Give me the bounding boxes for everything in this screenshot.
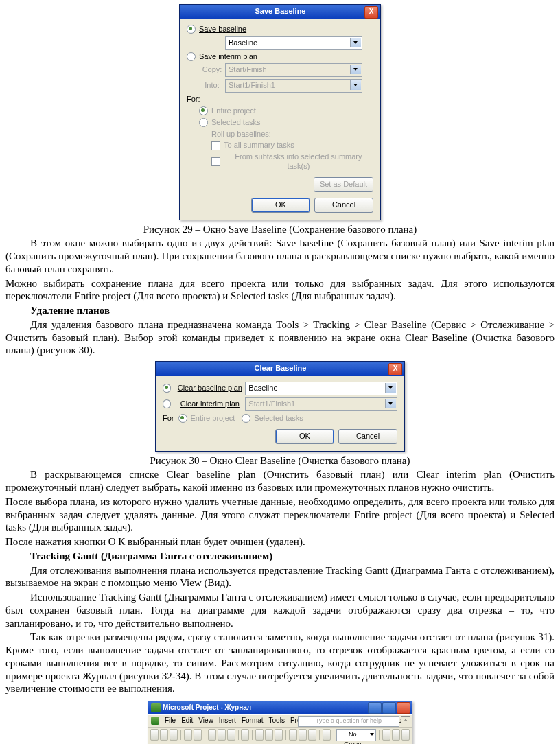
into-label: Into:	[199, 81, 225, 91]
dialog-buttons: OK Cancel	[163, 429, 397, 444]
clear-baseline-dialog: Clear Baseline X Clear baseline plan Bas…	[155, 361, 405, 452]
rollup-opt1: To all summary tasks	[211, 141, 373, 150]
radio-icon	[163, 399, 171, 408]
for-row: For Entire project Selected tasks	[163, 414, 397, 423]
paragraph: В раскрывающемся списке Clear baseline p…	[5, 468, 555, 494]
figure-29: Save Baseline X Save baseline Baseline	[5, 4, 555, 220]
document-page: Save Baseline X Save baseline Baseline	[0, 4, 560, 744]
new-icon[interactable]	[150, 729, 159, 741]
into-value: Start1/Finish1	[229, 81, 275, 91]
split-icon[interactable]	[275, 729, 283, 741]
radio-icon	[187, 25, 196, 34]
close-icon[interactable]: X	[388, 363, 402, 375]
selected-tasks-label[interactable]: Selected tasks	[254, 414, 303, 423]
rollup-opt2: From subtasks into selected summary task…	[211, 152, 373, 172]
note-icon[interactable]	[299, 729, 307, 741]
radio-icon	[242, 414, 250, 423]
for-label: For:	[187, 95, 200, 104]
chevron-down-icon	[350, 38, 361, 47]
minimize-icon[interactable]	[368, 702, 382, 714]
window-controls	[368, 702, 410, 714]
option-selected-tasks[interactable]: Selected tasks	[199, 118, 373, 128]
ok-button[interactable]: OK	[275, 429, 334, 444]
option-label: Save baseline	[199, 25, 246, 34]
separator	[379, 730, 380, 740]
zoomin-icon[interactable]	[382, 729, 390, 741]
baseline-select-value: Baseline	[248, 384, 277, 393]
entire-project-label[interactable]: Entire project	[191, 414, 235, 423]
for-label: For	[163, 414, 174, 423]
unlink-icon[interactable]	[265, 729, 273, 741]
close-icon[interactable]	[397, 702, 410, 714]
set-default-row: Set as Default	[187, 177, 373, 192]
link-icon[interactable]	[255, 729, 264, 741]
assign-icon[interactable]	[308, 729, 316, 741]
menu-tools[interactable]: Tools	[269, 717, 285, 725]
window-title: Microsoft Project - Журнал	[163, 704, 251, 712]
cut-icon[interactable]	[208, 729, 216, 741]
dialog-title-bar: Save Baseline X	[180, 5, 380, 19]
option-label: Save interim plan	[199, 52, 257, 62]
window-title-bar: Microsoft Project - Журнал	[148, 701, 412, 714]
separator	[285, 730, 286, 740]
help-search-input[interactable]: Type a question for help	[298, 716, 399, 727]
figure-31: Microsoft Project - Журнал File Edit Vie…	[5, 701, 555, 744]
radio-icon	[187, 52, 196, 61]
maximize-icon[interactable]	[382, 702, 396, 714]
preview-icon[interactable]	[194, 729, 202, 741]
baseline-select[interactable]: Baseline	[225, 36, 362, 50]
zoomout-icon[interactable]	[392, 729, 400, 741]
option-save-interim[interactable]: Save interim plan	[187, 52, 373, 62]
option-clear-interim[interactable]: Clear interim plan Start1/Finish1	[163, 397, 397, 411]
set-default-button: Set as Default	[314, 177, 373, 192]
menu-bar: File Edit View Insert Format Tools Proje…	[148, 714, 412, 728]
save-icon[interactable]	[170, 729, 178, 741]
radio-icon	[163, 384, 171, 393]
paste-icon[interactable]	[227, 729, 235, 741]
heading-tracking-gantt: Tracking Gantt (Диаграмма Ганта с отслеж…	[5, 550, 555, 563]
info-icon[interactable]	[289, 729, 297, 741]
separator	[252, 730, 253, 740]
group-select[interactable]: No Group	[336, 729, 376, 741]
ok-button[interactable]: OK	[251, 198, 310, 213]
publish-icon[interactable]	[323, 729, 331, 741]
copy-icon[interactable]	[218, 729, 226, 741]
cancel-button[interactable]: Cancel	[314, 198, 373, 213]
msproject-window: Microsoft Project - Журнал File Edit Vie…	[148, 701, 412, 744]
into-row: Into: Start1/Finish1	[199, 79, 373, 93]
option-clear-baseline[interactable]: Clear baseline plan Baseline	[163, 382, 397, 395]
menu-insert[interactable]: Insert	[219, 717, 236, 725]
heading-delete-plans: Удаление планов	[5, 304, 555, 317]
baseline-select[interactable]: Baseline	[245, 382, 397, 395]
menu-format[interactable]: Format	[242, 717, 264, 725]
doc-close-icon[interactable]: ×	[401, 716, 410, 725]
open-icon[interactable]	[160, 729, 168, 741]
option-save-baseline[interactable]: Save baseline	[187, 25, 373, 34]
interim-value: Start1/Finish1	[248, 399, 295, 409]
copy-row: Copy: Start/Finish	[199, 63, 373, 77]
paragraph: Использование Tracking Gantt (Диаграммы …	[5, 591, 555, 629]
cancel-button[interactable]: Cancel	[338, 429, 397, 444]
dialog-title: Clear Baseline	[255, 364, 307, 372]
close-icon[interactable]: X	[364, 6, 378, 19]
menu-file[interactable]: File	[165, 717, 176, 725]
app-icon	[151, 703, 161, 712]
doc-icon	[151, 717, 159, 725]
print-icon[interactable]	[184, 729, 192, 741]
baseline-select-row: Baseline	[199, 36, 373, 50]
menu-edit[interactable]: Edit	[181, 717, 193, 725]
rollup-label: Roll up baselines:	[211, 130, 373, 139]
chevron-down-icon	[385, 383, 396, 393]
separator	[334, 730, 334, 740]
checkbox-icon	[211, 141, 220, 150]
option-entire-project[interactable]: Entire project	[199, 106, 373, 116]
undo-icon[interactable]	[241, 729, 249, 741]
option-label: Entire project	[211, 106, 256, 116]
paragraph: Для отслеживания выполнения плана исполь…	[5, 564, 555, 590]
for-label-row: For:	[187, 95, 373, 104]
into-select: Start1/Finish1	[225, 79, 362, 93]
goto-icon[interactable]	[401, 729, 410, 741]
option-label: Clear baseline plan	[174, 384, 245, 393]
menu-view[interactable]: View	[198, 717, 213, 725]
figure-30: Clear Baseline X Clear baseline plan Bas…	[5, 361, 555, 452]
